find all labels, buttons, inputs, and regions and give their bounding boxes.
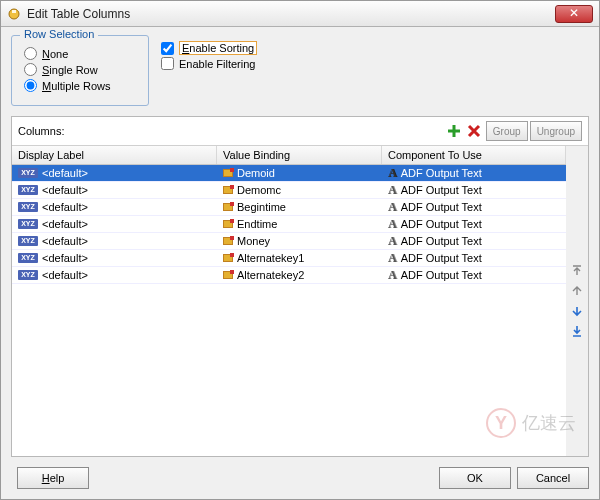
table-row[interactable]: XYZ<default>EndtimeAADF Output Text [12, 216, 566, 233]
xyz-icon: XYZ [18, 219, 38, 229]
move-down-icon[interactable] [569, 303, 585, 319]
cell-display-label: <default> [42, 269, 88, 281]
group-button[interactable]: Group [486, 121, 528, 141]
cell-component: ADF Output Text [401, 184, 482, 196]
svg-rect-1 [12, 10, 16, 13]
binding-icon [223, 203, 233, 211]
binding-icon [223, 169, 233, 177]
row-selection-radio[interactable] [24, 47, 37, 60]
help-button[interactable]: Help [17, 467, 89, 489]
component-icon: A [388, 200, 397, 215]
cell-component: ADF Output Text [401, 218, 482, 230]
ok-button[interactable]: OK [439, 467, 511, 489]
cell-value-binding: Money [237, 235, 270, 247]
window-title: Edit Table Columns [27, 7, 555, 21]
move-top-icon[interactable] [569, 263, 585, 279]
binding-icon [223, 271, 233, 279]
table-row[interactable]: XYZ<default>DemomcAADF Output Text [12, 182, 566, 199]
table-row[interactable]: XYZ<default>Alternatekey2AADF Output Tex… [12, 267, 566, 284]
binding-icon [223, 220, 233, 228]
columns-table: Display Label Value Binding Component To… [12, 146, 566, 456]
cell-component: ADF Output Text [401, 201, 482, 213]
row-selection-radio[interactable] [24, 63, 37, 76]
enable-sorting-label[interactable]: Enable Sorting [179, 41, 257, 55]
cell-value-binding: Endtime [237, 218, 277, 230]
binding-icon [223, 237, 233, 245]
cell-value-binding: Demomc [237, 184, 281, 196]
header-display-label[interactable]: Display Label [12, 146, 217, 164]
enable-filtering-checkbox[interactable] [161, 57, 174, 70]
ungroup-button[interactable]: Ungroup [530, 121, 582, 141]
app-icon [7, 7, 21, 21]
component-icon: A [388, 166, 397, 181]
xyz-icon: XYZ [18, 236, 38, 246]
cell-display-label: <default> [42, 201, 88, 213]
component-icon: A [388, 217, 397, 232]
top-content: Row Selection NoneSingle RowMultiple Row… [1, 27, 599, 106]
row-selection-radio[interactable] [24, 79, 37, 92]
cell-component: ADF Output Text [401, 269, 482, 281]
xyz-icon: XYZ [18, 168, 38, 178]
header-component[interactable]: Component To Use [382, 146, 566, 164]
component-icon: A [388, 234, 397, 249]
xyz-icon: XYZ [18, 202, 38, 212]
xyz-icon: XYZ [18, 185, 38, 195]
title-bar: Edit Table Columns ✕ [1, 1, 599, 27]
component-icon: A [388, 183, 397, 198]
binding-icon [223, 186, 233, 194]
move-up-icon[interactable] [569, 283, 585, 299]
cell-display-label: <default> [42, 218, 88, 230]
table-row[interactable]: XYZ<default>MoneyAADF Output Text [12, 233, 566, 250]
xyz-icon: XYZ [18, 270, 38, 280]
row-selection-group: Row Selection NoneSingle RowMultiple Row… [11, 35, 149, 106]
cancel-button[interactable]: Cancel [517, 467, 589, 489]
row-selection-label[interactable]: None [42, 48, 68, 60]
header-value-binding[interactable]: Value Binding [217, 146, 382, 164]
row-selection-legend: Row Selection [20, 28, 98, 40]
add-icon[interactable] [445, 122, 463, 140]
cell-value-binding: Demoid [237, 167, 275, 179]
cell-component: ADF Output Text [401, 252, 482, 264]
columns-label: Columns: [18, 125, 444, 137]
cell-component: ADF Output Text [401, 235, 482, 247]
cell-display-label: <default> [42, 184, 88, 196]
dialog-footer: Help OK Cancel [1, 457, 599, 499]
move-bottom-icon[interactable] [569, 323, 585, 339]
component-icon: A [388, 268, 397, 283]
binding-icon [223, 254, 233, 262]
xyz-icon: XYZ [18, 253, 38, 263]
table-row[interactable]: XYZ<default>Alternatekey1AADF Output Tex… [12, 250, 566, 267]
close-button[interactable]: ✕ [555, 5, 593, 23]
enable-filtering-label[interactable]: Enable Filtering [179, 58, 255, 70]
cell-value-binding: Alternatekey2 [237, 269, 304, 281]
row-selection-label[interactable]: Single Row [42, 64, 98, 76]
cell-value-binding: Begintime [237, 201, 286, 213]
cell-display-label: <default> [42, 167, 88, 179]
cell-component: ADF Output Text [401, 167, 482, 179]
cell-value-binding: Alternatekey1 [237, 252, 304, 264]
options-group: Enable Sorting Enable Filtering [161, 35, 257, 106]
table-header: Display Label Value Binding Component To… [12, 146, 566, 165]
row-selection-label[interactable]: Multiple Rows [42, 80, 110, 92]
component-icon: A [388, 251, 397, 266]
reorder-buttons [566, 146, 588, 456]
cell-display-label: <default> [42, 252, 88, 264]
columns-toolbar: Columns: Group Ungroup [12, 117, 588, 146]
cell-display-label: <default> [42, 235, 88, 247]
table-row[interactable]: XYZ<default>BegintimeAADF Output Text [12, 199, 566, 216]
columns-panel: Columns: Group Ungroup Display Label Val… [11, 116, 589, 457]
table-row[interactable]: XYZ<default>DemoidAADF Output Text [12, 165, 566, 182]
dialog-window: Edit Table Columns ✕ Row Selection NoneS… [0, 0, 600, 500]
delete-icon[interactable] [465, 122, 483, 140]
enable-sorting-checkbox[interactable] [161, 42, 174, 55]
